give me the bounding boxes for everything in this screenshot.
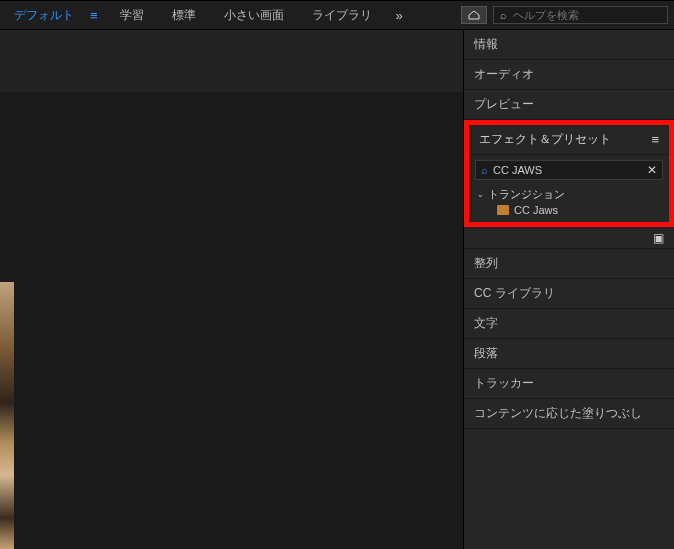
effects-category[interactable]: ⌄ トランジション [475,185,663,204]
panel-paragraph[interactable]: 段落 [464,339,674,369]
preview-thumbnail [0,282,14,549]
panel-effects-title: エフェクト＆プリセット [479,131,611,148]
help-search[interactable]: ⌕ [493,6,668,24]
panel-text[interactable]: 文字 [464,309,674,339]
panel-content-fill[interactable]: コンテンツに応じた塗りつぶし [464,399,674,429]
panel-audio[interactable]: オーディオ [464,60,674,90]
effects-item-label: CC Jaws [514,204,558,216]
search-icon: ⌕ [500,9,507,21]
effects-item[interactable]: CC Jaws [475,204,663,216]
search-icon: ⌕ [481,164,488,176]
workspace-more-icon[interactable]: » [386,8,413,23]
topbar-right: ⌕ [461,6,674,24]
effect-icon [497,205,509,215]
panel-tracker[interactable]: トラッカー [464,369,674,399]
panel-menu-icon[interactable]: ≡ [651,132,659,147]
panel-footer: ▣ [464,227,674,249]
top-bar: デフォルト ≡ 学習 標準 小さい画面 ライブラリ » ⌕ [0,0,674,30]
workspace-tab-learn[interactable]: 学習 [106,1,158,29]
help-search-input[interactable] [513,9,653,21]
right-panel-stack: 情報 オーディオ プレビュー エフェクト＆プリセット ≡ ⌕ ✕ ⌄ トランジシ… [464,30,674,549]
clear-search-icon[interactable]: ✕ [647,163,657,177]
panel-align[interactable]: 整列 [464,249,674,279]
main-area: 情報 オーディオ プレビュー エフェクト＆プリセット ≡ ⌕ ✕ ⌄ トランジシ… [0,30,674,549]
workspace-menu-icon[interactable]: ≡ [88,8,106,23]
panel-preview[interactable]: プレビュー [464,90,674,120]
workspace-tab-small[interactable]: 小さい画面 [210,1,298,29]
panel-effects-header[interactable]: エフェクト＆プリセット ≡ [469,125,669,155]
workspace-tab-default[interactable]: デフォルト [0,1,88,29]
home-button[interactable] [461,6,487,24]
highlight-annotation: エフェクト＆プリセット ≡ ⌕ ✕ ⌄ トランジション CC Jaws [464,120,674,227]
effects-category-label: トランジション [488,187,565,202]
panel-cc-library[interactable]: CC ライブラリ [464,279,674,309]
center-panel [0,30,464,549]
workspace-tab-library[interactable]: ライブラリ [298,1,386,29]
workspace-tabs: デフォルト ≡ 学習 標準 小さい画面 ライブラリ » [0,1,413,29]
panel-info[interactable]: 情報 [464,30,674,60]
caret-down-icon: ⌄ [477,190,484,199]
effects-search[interactable]: ⌕ ✕ [475,160,663,180]
new-bin-icon[interactable]: ▣ [653,231,664,245]
effects-search-input[interactable] [493,164,647,176]
center-canvas [0,92,463,549]
home-icon [468,10,480,20]
effects-tree: ⌄ トランジション CC Jaws [469,185,669,222]
workspace-tab-standard[interactable]: 標準 [158,1,210,29]
